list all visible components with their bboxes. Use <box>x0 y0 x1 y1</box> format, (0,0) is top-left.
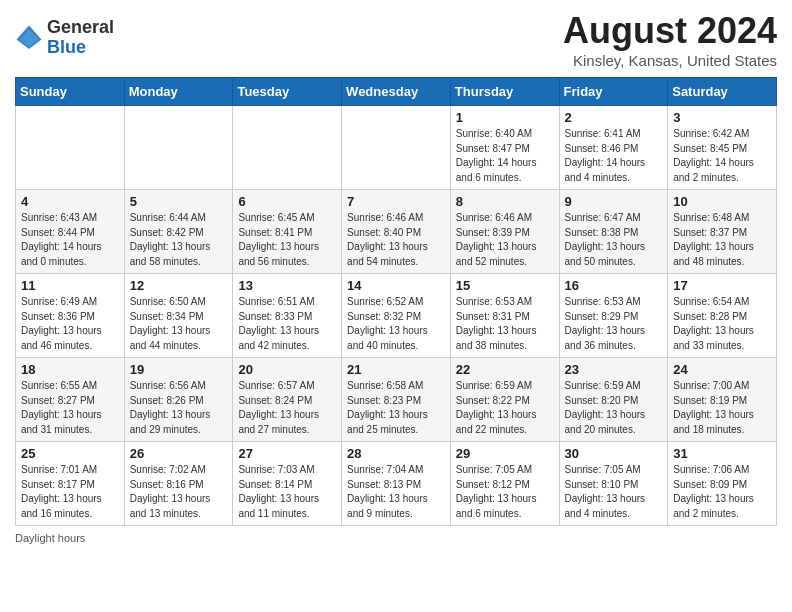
day-info: Sunrise: 6:51 AMSunset: 8:33 PMDaylight:… <box>238 295 336 353</box>
calendar-cell: 29Sunrise: 7:05 AMSunset: 8:12 PMDayligh… <box>450 442 559 526</box>
title-area: August 2024 Kinsley, Kansas, United Stat… <box>563 10 777 69</box>
day-number: 5 <box>130 194 228 209</box>
calendar-cell: 7Sunrise: 6:46 AMSunset: 8:40 PMDaylight… <box>342 190 451 274</box>
calendar-week-1: 1Sunrise: 6:40 AMSunset: 8:47 PMDaylight… <box>16 106 777 190</box>
calendar-week-5: 25Sunrise: 7:01 AMSunset: 8:17 PMDayligh… <box>16 442 777 526</box>
day-number: 12 <box>130 278 228 293</box>
day-number: 28 <box>347 446 445 461</box>
column-header-saturday: Saturday <box>668 78 777 106</box>
day-info: Sunrise: 6:54 AMSunset: 8:28 PMDaylight:… <box>673 295 771 353</box>
calendar-cell: 19Sunrise: 6:56 AMSunset: 8:26 PMDayligh… <box>124 358 233 442</box>
calendar-cell: 5Sunrise: 6:44 AMSunset: 8:42 PMDaylight… <box>124 190 233 274</box>
column-header-thursday: Thursday <box>450 78 559 106</box>
day-number: 18 <box>21 362 119 377</box>
column-header-monday: Monday <box>124 78 233 106</box>
day-info: Sunrise: 7:00 AMSunset: 8:19 PMDaylight:… <box>673 379 771 437</box>
calendar-week-4: 18Sunrise: 6:55 AMSunset: 8:27 PMDayligh… <box>16 358 777 442</box>
day-info: Sunrise: 6:56 AMSunset: 8:26 PMDaylight:… <box>130 379 228 437</box>
calendar-cell <box>16 106 125 190</box>
calendar-cell: 17Sunrise: 6:54 AMSunset: 8:28 PMDayligh… <box>668 274 777 358</box>
day-info: Sunrise: 6:48 AMSunset: 8:37 PMDaylight:… <box>673 211 771 269</box>
day-info: Sunrise: 7:06 AMSunset: 8:09 PMDaylight:… <box>673 463 771 521</box>
day-number: 20 <box>238 362 336 377</box>
day-info: Sunrise: 6:46 AMSunset: 8:40 PMDaylight:… <box>347 211 445 269</box>
logo-blue: Blue <box>47 38 114 58</box>
calendar-cell: 12Sunrise: 6:50 AMSunset: 8:34 PMDayligh… <box>124 274 233 358</box>
day-info: Sunrise: 6:46 AMSunset: 8:39 PMDaylight:… <box>456 211 554 269</box>
logo-general: General <box>47 18 114 38</box>
calendar-cell: 9Sunrise: 6:47 AMSunset: 8:38 PMDaylight… <box>559 190 668 274</box>
footer-note: Daylight hours <box>15 532 777 544</box>
calendar-cell: 24Sunrise: 7:00 AMSunset: 8:19 PMDayligh… <box>668 358 777 442</box>
calendar-cell: 25Sunrise: 7:01 AMSunset: 8:17 PMDayligh… <box>16 442 125 526</box>
day-number: 24 <box>673 362 771 377</box>
day-info: Sunrise: 6:42 AMSunset: 8:45 PMDaylight:… <box>673 127 771 185</box>
calendar-cell: 10Sunrise: 6:48 AMSunset: 8:37 PMDayligh… <box>668 190 777 274</box>
day-info: Sunrise: 6:57 AMSunset: 8:24 PMDaylight:… <box>238 379 336 437</box>
logo: General Blue <box>15 18 114 58</box>
day-info: Sunrise: 6:53 AMSunset: 8:31 PMDaylight:… <box>456 295 554 353</box>
day-number: 2 <box>565 110 663 125</box>
day-number: 6 <box>238 194 336 209</box>
day-info: Sunrise: 7:02 AMSunset: 8:16 PMDaylight:… <box>130 463 228 521</box>
day-number: 9 <box>565 194 663 209</box>
day-info: Sunrise: 6:44 AMSunset: 8:42 PMDaylight:… <box>130 211 228 269</box>
calendar-cell: 13Sunrise: 6:51 AMSunset: 8:33 PMDayligh… <box>233 274 342 358</box>
calendar-cell: 28Sunrise: 7:04 AMSunset: 8:13 PMDayligh… <box>342 442 451 526</box>
calendar-cell <box>233 106 342 190</box>
main-title: August 2024 <box>563 10 777 52</box>
column-header-wednesday: Wednesday <box>342 78 451 106</box>
day-info: Sunrise: 7:03 AMSunset: 8:14 PMDaylight:… <box>238 463 336 521</box>
day-info: Sunrise: 7:05 AMSunset: 8:10 PMDaylight:… <box>565 463 663 521</box>
calendar-header-row: SundayMondayTuesdayWednesdayThursdayFrid… <box>16 78 777 106</box>
calendar-cell: 1Sunrise: 6:40 AMSunset: 8:47 PMDaylight… <box>450 106 559 190</box>
day-number: 29 <box>456 446 554 461</box>
day-number: 3 <box>673 110 771 125</box>
day-info: Sunrise: 7:01 AMSunset: 8:17 PMDaylight:… <box>21 463 119 521</box>
day-info: Sunrise: 6:59 AMSunset: 8:22 PMDaylight:… <box>456 379 554 437</box>
day-info: Sunrise: 6:47 AMSunset: 8:38 PMDaylight:… <box>565 211 663 269</box>
calendar-cell: 20Sunrise: 6:57 AMSunset: 8:24 PMDayligh… <box>233 358 342 442</box>
day-number: 30 <box>565 446 663 461</box>
day-info: Sunrise: 6:52 AMSunset: 8:32 PMDaylight:… <box>347 295 445 353</box>
day-info: Sunrise: 6:43 AMSunset: 8:44 PMDaylight:… <box>21 211 119 269</box>
day-number: 16 <box>565 278 663 293</box>
day-number: 25 <box>21 446 119 461</box>
logo-icon <box>15 24 43 52</box>
calendar-week-2: 4Sunrise: 6:43 AMSunset: 8:44 PMDaylight… <box>16 190 777 274</box>
day-number: 11 <box>21 278 119 293</box>
logo-text: General Blue <box>47 18 114 58</box>
day-number: 21 <box>347 362 445 377</box>
day-info: Sunrise: 6:45 AMSunset: 8:41 PMDaylight:… <box>238 211 336 269</box>
calendar-cell: 2Sunrise: 6:41 AMSunset: 8:46 PMDaylight… <box>559 106 668 190</box>
svg-marker-1 <box>20 28 39 47</box>
day-info: Sunrise: 7:05 AMSunset: 8:12 PMDaylight:… <box>456 463 554 521</box>
calendar-cell: 14Sunrise: 6:52 AMSunset: 8:32 PMDayligh… <box>342 274 451 358</box>
calendar-cell: 16Sunrise: 6:53 AMSunset: 8:29 PMDayligh… <box>559 274 668 358</box>
column-header-sunday: Sunday <box>16 78 125 106</box>
day-number: 13 <box>238 278 336 293</box>
day-info: Sunrise: 6:50 AMSunset: 8:34 PMDaylight:… <box>130 295 228 353</box>
day-number: 4 <box>21 194 119 209</box>
day-number: 22 <box>456 362 554 377</box>
day-number: 27 <box>238 446 336 461</box>
day-info: Sunrise: 6:53 AMSunset: 8:29 PMDaylight:… <box>565 295 663 353</box>
day-info: Sunrise: 6:41 AMSunset: 8:46 PMDaylight:… <box>565 127 663 185</box>
day-info: Sunrise: 7:04 AMSunset: 8:13 PMDaylight:… <box>347 463 445 521</box>
calendar-cell: 22Sunrise: 6:59 AMSunset: 8:22 PMDayligh… <box>450 358 559 442</box>
column-header-tuesday: Tuesday <box>233 78 342 106</box>
day-number: 17 <box>673 278 771 293</box>
calendar-cell: 4Sunrise: 6:43 AMSunset: 8:44 PMDaylight… <box>16 190 125 274</box>
calendar-cell: 11Sunrise: 6:49 AMSunset: 8:36 PMDayligh… <box>16 274 125 358</box>
day-number: 8 <box>456 194 554 209</box>
day-number: 26 <box>130 446 228 461</box>
subtitle: Kinsley, Kansas, United States <box>563 52 777 69</box>
day-info: Sunrise: 6:49 AMSunset: 8:36 PMDaylight:… <box>21 295 119 353</box>
calendar-week-3: 11Sunrise: 6:49 AMSunset: 8:36 PMDayligh… <box>16 274 777 358</box>
day-number: 31 <box>673 446 771 461</box>
day-number: 10 <box>673 194 771 209</box>
calendar-cell: 27Sunrise: 7:03 AMSunset: 8:14 PMDayligh… <box>233 442 342 526</box>
calendar-cell: 15Sunrise: 6:53 AMSunset: 8:31 PMDayligh… <box>450 274 559 358</box>
calendar-table: SundayMondayTuesdayWednesdayThursdayFrid… <box>15 77 777 526</box>
calendar-cell: 30Sunrise: 7:05 AMSunset: 8:10 PMDayligh… <box>559 442 668 526</box>
